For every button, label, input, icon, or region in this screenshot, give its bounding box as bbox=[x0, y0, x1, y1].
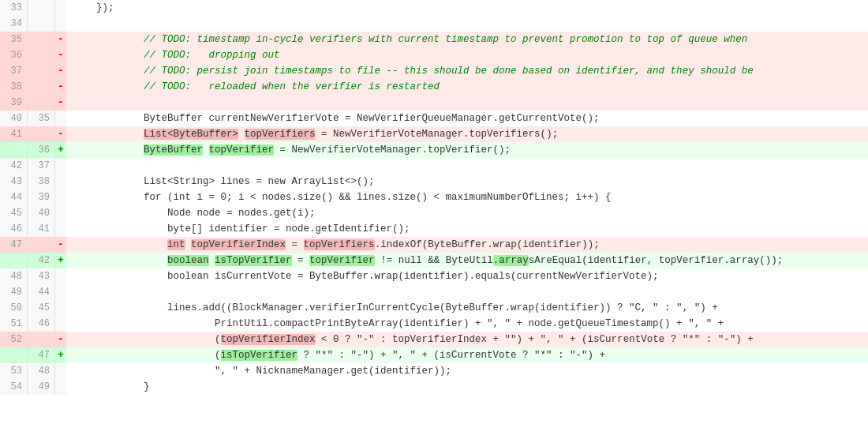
code-content: (isTopVerifier ? "*" : "-") + ", " + (is… bbox=[66, 347, 868, 363]
line-number-old: 43 bbox=[0, 174, 28, 189]
table-row: 36- // TODO: dropping out bbox=[0, 47, 868, 63]
code-content: List<String> lines = new ArrayList<>(); bbox=[66, 174, 868, 189]
diff-marker bbox=[55, 300, 66, 316]
diff-marker bbox=[55, 174, 66, 189]
code-content: // TODO: reloaded when the verifier is r… bbox=[66, 79, 868, 95]
code-content: Node node = nodes.get(i); bbox=[66, 205, 868, 221]
code-content: }); bbox=[66, 0, 868, 16]
code-content bbox=[66, 95, 868, 111]
table-row: 5348 ", " + NicknameManager.get(identifi… bbox=[0, 363, 868, 379]
table-row: 4338 List<String> lines = new ArrayList<… bbox=[0, 174, 868, 189]
table-row: 4035 ByteBuffer currentNewVerifierVote =… bbox=[0, 111, 868, 126]
code-content: byte[] identifier = node.getIdentifier()… bbox=[66, 221, 868, 237]
table-row: 5146 PrintUtil.compactPrintByteArray(ide… bbox=[0, 316, 868, 332]
table-row: 42+ boolean isTopVerifier = topVerifier … bbox=[0, 253, 868, 268]
table-row: 39- bbox=[0, 95, 868, 111]
table-row: 4439 for (int i = 0; i < nodes.size() &&… bbox=[0, 189, 868, 205]
code-content: List<ByteBuffer> topVerifiers = NewVerif… bbox=[66, 126, 868, 142]
line-number-old: 33 bbox=[0, 0, 28, 16]
table-row: 37- // TODO: persist join timestamps to … bbox=[0, 63, 868, 79]
line-number-old: 52 bbox=[0, 332, 28, 347]
line-number-new bbox=[28, 32, 55, 47]
line-number-new: 40 bbox=[28, 205, 55, 221]
line-number-new: 45 bbox=[28, 300, 55, 316]
diff-marker bbox=[55, 158, 66, 174]
code-content: int topVerifierIndex = topVerifiers.inde… bbox=[66, 237, 868, 253]
diff-marker bbox=[55, 284, 66, 300]
diff-marker: - bbox=[55, 237, 66, 253]
diff-marker bbox=[55, 316, 66, 332]
code-content bbox=[66, 16, 868, 32]
table-row: 4944 bbox=[0, 284, 868, 300]
line-number-new: 38 bbox=[28, 174, 55, 189]
line-number-new bbox=[28, 79, 55, 95]
code-content: PrintUtil.compactPrintByteArray(identifi… bbox=[66, 316, 868, 332]
diff-marker bbox=[55, 0, 66, 16]
line-number-old bbox=[0, 253, 28, 268]
code-content: ", " + NicknameManager.get(identifier)); bbox=[66, 363, 868, 379]
line-number-old: 42 bbox=[0, 158, 28, 174]
line-number-new: 42 bbox=[28, 253, 55, 268]
diff-marker: - bbox=[55, 332, 66, 347]
line-number-old: 34 bbox=[0, 16, 28, 32]
line-number-old: 40 bbox=[0, 111, 28, 126]
line-number-new: 46 bbox=[28, 316, 55, 332]
diff-marker bbox=[55, 16, 66, 32]
table-row: 5449 } bbox=[0, 379, 868, 395]
line-number-old: 35 bbox=[0, 32, 28, 47]
table-row: 36+ ByteBuffer topVerifier = NewVerifier… bbox=[0, 142, 868, 158]
code-content bbox=[66, 284, 868, 300]
code-diff-view: 33 });3435- // TODO: timestamp in-cycle … bbox=[0, 0, 868, 424]
line-number-new bbox=[28, 63, 55, 79]
diff-marker bbox=[55, 379, 66, 395]
table-row: 52- (topVerifierIndex < 0 ? "-" : topVer… bbox=[0, 332, 868, 347]
line-number-old: 53 bbox=[0, 363, 28, 379]
diff-marker bbox=[55, 205, 66, 221]
line-number-new: 44 bbox=[28, 284, 55, 300]
line-number-old: 49 bbox=[0, 284, 28, 300]
line-number-old: 38 bbox=[0, 79, 28, 95]
code-content: ByteBuffer topVerifier = NewVerifierVote… bbox=[66, 142, 868, 158]
line-number-old: 44 bbox=[0, 189, 28, 205]
line-number-old: 37 bbox=[0, 63, 28, 79]
table-row: 41- List<ByteBuffer> topVerifiers = NewV… bbox=[0, 126, 868, 142]
diff-marker: + bbox=[55, 347, 66, 363]
line-number-new bbox=[28, 95, 55, 111]
line-number-new bbox=[28, 126, 55, 142]
table-row: 35- // TODO: timestamp in-cycle verifier… bbox=[0, 32, 868, 47]
line-number-new: 49 bbox=[28, 379, 55, 395]
table-row: 4641 byte[] identifier = node.getIdentif… bbox=[0, 221, 868, 237]
line-number-new: 48 bbox=[28, 363, 55, 379]
table-row: 33 }); bbox=[0, 0, 868, 16]
line-number-new: 41 bbox=[28, 221, 55, 237]
line-number-old: 45 bbox=[0, 205, 28, 221]
line-number-old: 48 bbox=[0, 268, 28, 284]
table-row: 47- int topVerifierIndex = topVerifiers.… bbox=[0, 237, 868, 253]
line-number-old: 50 bbox=[0, 300, 28, 316]
line-number-new: 47 bbox=[28, 347, 55, 363]
line-number-old: 51 bbox=[0, 316, 28, 332]
line-number-old: 41 bbox=[0, 126, 28, 142]
line-number-old: 39 bbox=[0, 95, 28, 111]
table-row: 38- // TODO: reloaded when the verifier … bbox=[0, 79, 868, 95]
diff-marker: - bbox=[55, 79, 66, 95]
line-number-old: 47 bbox=[0, 237, 28, 253]
table-row: 5045 lines.add((BlockManager.verifierInC… bbox=[0, 300, 868, 316]
line-number-old bbox=[0, 347, 28, 363]
line-number-old bbox=[0, 142, 28, 158]
line-number-new: 35 bbox=[28, 111, 55, 126]
line-number-old: 46 bbox=[0, 221, 28, 237]
line-number-new: 36 bbox=[28, 142, 55, 158]
diff-marker bbox=[55, 189, 66, 205]
diff-marker bbox=[55, 363, 66, 379]
diff-marker: - bbox=[55, 32, 66, 47]
table-row: 4237 bbox=[0, 158, 868, 174]
diff-marker: + bbox=[55, 253, 66, 268]
line-number-new bbox=[28, 16, 55, 32]
code-content: boolean isCurrentVote = ByteBuffer.wrap(… bbox=[66, 268, 868, 284]
code-content bbox=[66, 158, 868, 174]
code-content: // TODO: timestamp in-cycle verifiers wi… bbox=[66, 32, 868, 47]
line-number-old: 36 bbox=[0, 47, 28, 63]
table-row: 47+ (isTopVerifier ? "*" : "-") + ", " +… bbox=[0, 347, 868, 363]
line-number-new bbox=[28, 0, 55, 16]
